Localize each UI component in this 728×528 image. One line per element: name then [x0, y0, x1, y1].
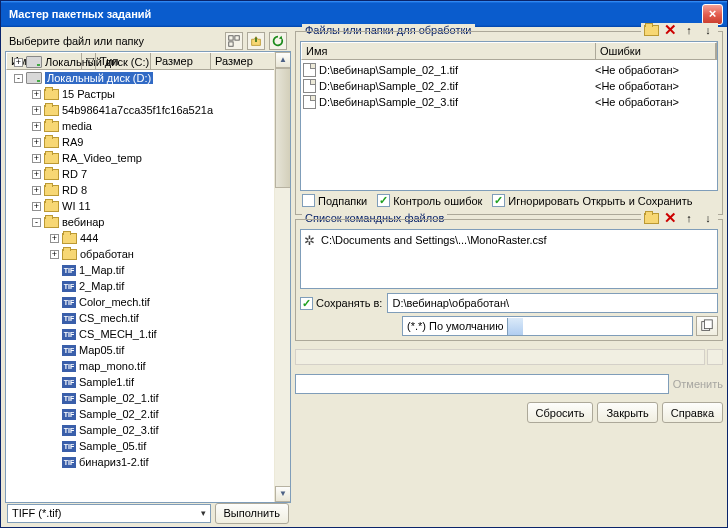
scroll-up-icon[interactable]: ▲ — [275, 52, 291, 68]
view-icon[interactable] — [225, 32, 243, 50]
tree-item[interactable]: +RA_Video_temp — [8, 150, 272, 166]
tree-item[interactable]: +media — [8, 118, 272, 134]
tree-item[interactable]: +обработан — [8, 246, 272, 262]
tree-item[interactable]: TIFCS_mech.tif — [8, 310, 272, 326]
tree-item[interactable]: +Локальный диск (С:) — [8, 54, 272, 70]
cmd-up-icon[interactable]: ↑ — [681, 211, 697, 225]
format-combo[interactable]: (*.*) По умолчанию — [402, 316, 693, 336]
tree-scrollbar[interactable]: ▲ ▼ — [274, 52, 290, 502]
expand-icon[interactable]: + — [32, 186, 41, 195]
tree-item[interactable]: +RD 7 — [8, 166, 272, 182]
expand-icon[interactable]: + — [32, 154, 41, 163]
expand-icon[interactable]: + — [32, 106, 41, 115]
tree-item-label: Sample_05.tif — [79, 440, 146, 452]
tree-item[interactable]: TIFSample_02_2.tif — [8, 406, 272, 422]
tree-item-label: бинариз1-2.tif — [79, 456, 148, 468]
folder-icon — [44, 121, 59, 132]
h-scrollbar[interactable] — [295, 349, 705, 365]
format-settings-icon[interactable] — [696, 316, 718, 336]
tree-item[interactable]: +444 — [8, 230, 272, 246]
expand-icon[interactable]: - — [32, 218, 41, 227]
tree-item-label: 54b98641a7cca35f1fc16a521a — [62, 104, 213, 116]
files-col-errors[interactable]: Ошибки — [596, 43, 716, 59]
expand-icon[interactable]: + — [32, 90, 41, 99]
reset-button[interactable]: Сбросить — [527, 402, 594, 423]
expand-icon[interactable]: + — [14, 58, 23, 67]
delete-icon[interactable]: ✕ — [662, 23, 678, 37]
file-row[interactable]: D:\вебинар\Sample_02_1.tif<Не обработан> — [303, 62, 715, 78]
gear-icon: ✲ — [304, 233, 318, 247]
file-status: <Не обработан> — [595, 80, 715, 92]
refresh-icon[interactable] — [269, 32, 287, 50]
tree-item[interactable]: TIFSample1.tif — [8, 374, 272, 390]
close-button[interactable]: Закрыть — [597, 402, 657, 423]
files-col-name[interactable]: Имя — [302, 43, 596, 59]
svg-rect-4 — [704, 320, 712, 329]
cmd-down-icon[interactable]: ↓ — [700, 211, 716, 225]
file-name: D:\вебинар\Sample_02_3.tif — [319, 96, 458, 108]
folder-icon — [44, 169, 59, 180]
tree-item[interactable]: -Локальный диск (D:) — [8, 70, 272, 86]
file-row[interactable]: D:\вебинар\Sample_02_2.tif<Не обработан> — [303, 78, 715, 94]
expand-icon[interactable]: + — [50, 234, 59, 243]
tree-item[interactable]: TIFCS_MECH_1.tif — [8, 326, 272, 342]
tree-item[interactable]: +15 Растры — [8, 86, 272, 102]
scroll-down-icon[interactable]: ▼ — [275, 486, 291, 502]
cmd-list[interactable]: ✲ C:\Documents and Settings\...\MonoRast… — [300, 229, 718, 289]
tree-item[interactable]: TIF1_Map.tif — [8, 262, 272, 278]
tree-item-label: media — [62, 120, 92, 132]
file-row[interactable]: D:\вебинар\Sample_02_3.tif<Не обработан> — [303, 94, 715, 110]
error-control-check[interactable]: ✓Контроль ошибок — [377, 194, 482, 207]
tif-icon: TIF — [62, 441, 76, 452]
save-to-check[interactable]: ✓Сохранять в: — [300, 297, 382, 310]
tree-item[interactable]: +RD 8 — [8, 182, 272, 198]
tree-item[interactable]: -вебинар — [8, 214, 272, 230]
move-down-icon[interactable]: ↓ — [700, 23, 716, 37]
run-button[interactable]: Выполнить — [215, 503, 289, 524]
file-filter-combo[interactable]: TIFF (*.tif) — [7, 504, 211, 523]
tree-item[interactable]: TIFColor_mech.tif — [8, 294, 272, 310]
cmd-item[interactable]: ✲ C:\Documents and Settings\...\MonoRast… — [304, 233, 714, 247]
tree-item[interactable]: +54b98641a7cca35f1fc16a521a — [8, 102, 272, 118]
tree-item-label: CS_mech.tif — [79, 312, 139, 324]
tree-item[interactable]: TIFmap_mono.tif — [8, 358, 272, 374]
tree-item[interactable]: TIFSample_05.tif — [8, 438, 272, 454]
folder-icon — [44, 105, 59, 116]
page-icon — [303, 95, 316, 109]
tree-item[interactable]: TIFSample_02_3.tif — [8, 422, 272, 438]
tree-item[interactable]: TIF2_Map.tif — [8, 278, 272, 294]
up-folder-icon[interactable] — [247, 32, 265, 50]
file-tree[interactable]: Имя ▽ Тип Размер Размер +Локальный диск … — [5, 51, 291, 503]
tree-item[interactable]: TIFбинариз1-2.tif — [8, 454, 272, 470]
window-title: Мастер пакетных заданий — [5, 8, 702, 20]
expand-icon[interactable]: + — [32, 170, 41, 179]
help-button[interactable]: Справка — [662, 402, 723, 423]
files-list[interactable]: Имя Ошибки D:\вебинар\Sample_02_1.tif<Не… — [300, 41, 718, 191]
batch-wizard-window: Мастер пакетных заданий × Выберите файл … — [0, 0, 728, 528]
expand-icon[interactable]: + — [50, 250, 59, 259]
status-input[interactable] — [295, 374, 669, 394]
tree-item[interactable]: +RA9 — [8, 134, 272, 150]
scroll-thumb[interactable] — [275, 68, 291, 188]
expand-icon[interactable]: + — [32, 138, 41, 147]
tree-item[interactable]: +WI 11 — [8, 198, 272, 214]
tif-icon: TIF — [62, 313, 76, 324]
tree-item[interactable]: TIFSample_02_1.tif — [8, 390, 272, 406]
cmd-delete-icon[interactable]: ✕ — [662, 211, 678, 225]
expand-icon[interactable]: + — [32, 122, 41, 131]
move-up-icon[interactable]: ↑ — [681, 23, 697, 37]
tree-item[interactable]: TIFMap05.tif — [8, 342, 272, 358]
subfolders-check[interactable]: Подпапки — [302, 194, 367, 207]
ignore-open-save-check[interactable]: ✓Игнорировать Открыть и Сохранить — [492, 194, 692, 207]
close-icon[interactable]: × — [702, 4, 723, 25]
open-folder-icon[interactable] — [643, 23, 659, 37]
tif-icon: TIF — [62, 281, 76, 292]
save-path-input[interactable] — [387, 293, 718, 313]
tif-icon: TIF — [62, 409, 76, 420]
resize-corner[interactable] — [707, 349, 723, 365]
folder-icon — [44, 201, 59, 212]
expand-icon[interactable]: + — [32, 202, 41, 211]
tree-item-label: обработан — [80, 248, 134, 260]
expand-icon[interactable]: - — [14, 74, 23, 83]
cmd-open-icon[interactable] — [643, 211, 659, 225]
